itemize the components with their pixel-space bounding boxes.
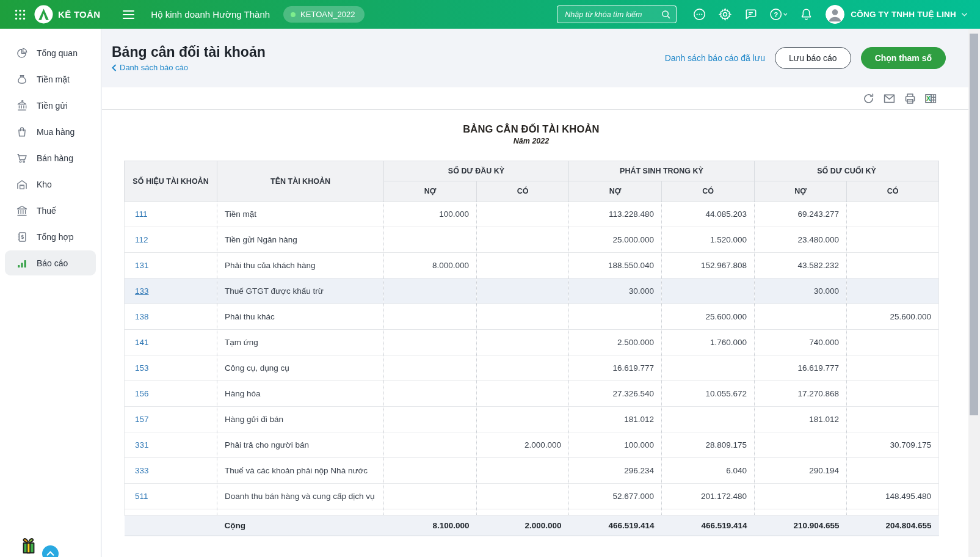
saved-reports-link[interactable]: Danh sách báo cáo đã lưu xyxy=(665,53,765,63)
totals-label: Cộng xyxy=(217,515,384,536)
sidebar-item-thue[interactable]: Thuế xyxy=(5,198,96,223)
account-code-link[interactable]: 511 xyxy=(135,492,148,501)
print-icon[interactable] xyxy=(904,92,916,105)
account-code-link[interactable]: 133 xyxy=(135,286,149,296)
more-icon[interactable] xyxy=(692,7,706,21)
account-code-link[interactable]: 112 xyxy=(135,235,148,244)
opening-credit-cell: 2.000.000 xyxy=(477,432,569,458)
sidebar-item-kho[interactable]: Kho xyxy=(5,172,96,197)
table-row[interactable]: 331Phải trả cho người bán2.000.000100.00… xyxy=(125,432,939,458)
opening-credit-cell xyxy=(477,227,569,253)
page-header: Bảng cân đối tài khoản Danh sách báo cáo… xyxy=(102,29,980,87)
closing-debit-cell: 23.480.000 xyxy=(755,227,847,253)
account-code-link[interactable]: 141 xyxy=(135,338,149,347)
account-code-link[interactable]: 156 xyxy=(135,389,149,398)
sidebar-item-tong-quan[interactable]: Tổng quan xyxy=(5,40,96,65)
opening-debit-cell xyxy=(384,484,477,509)
table-row[interactable]: 131Phải thu của khách hàng8.000.000188.5… xyxy=(125,253,939,278)
closing-credit-cell xyxy=(847,253,939,278)
account-code-cell: 157 xyxy=(125,407,217,432)
company-name[interactable]: CÔNG TY TNHH TUỆ LINH xyxy=(851,10,956,19)
shopping-bag-icon xyxy=(16,126,28,138)
sidebar-item-label: Báo cáo xyxy=(37,258,68,268)
gift-icon[interactable] xyxy=(19,536,38,556)
table-row[interactable]: 138Phải thu khác25.600.00025.600.000 xyxy=(125,304,939,330)
table-row[interactable]: 333Thuế và các khoản phải nộp Nhà nước29… xyxy=(125,458,939,484)
account-name-cell: Phải thu của khách hàng xyxy=(217,253,384,278)
sidebar-item-bao-cao[interactable]: Báo cáo xyxy=(5,250,96,275)
chat-icon[interactable] xyxy=(744,7,758,21)
database-badge[interactable]: KETOAN_2022 xyxy=(283,6,365,23)
back-chevron-icon xyxy=(112,64,117,71)
empty-cell xyxy=(569,509,662,515)
period-debit-cell: 188.550.040 xyxy=(569,253,662,278)
col-group-opening-balance: SỐ DƯ ĐẦU KỲ xyxy=(384,161,569,181)
report-toolbar: X xyxy=(102,87,980,110)
excel-export-icon[interactable]: X xyxy=(924,92,937,105)
opening-debit-cell: 100.000 xyxy=(384,202,477,227)
opening-debit-cell xyxy=(384,227,477,253)
sidebar-item-label: Kho xyxy=(37,180,52,189)
scrollbar-thumb[interactable] xyxy=(970,34,978,415)
sidebar-item-tong-hop[interactable]: $Tổng hợp xyxy=(5,224,96,249)
account-code-link[interactable]: 111 xyxy=(135,209,148,219)
sidebar-item-tien-mat[interactable]: Tiền mặt xyxy=(5,67,96,92)
closing-debit-cell: 290.194 xyxy=(755,458,847,484)
choose-params-button[interactable]: Chọn tham số xyxy=(861,47,946,69)
account-code-link[interactable]: 331 xyxy=(135,440,149,450)
search-icon[interactable] xyxy=(661,9,671,20)
period-credit-cell: 10.055.672 xyxy=(662,381,755,407)
refresh-icon[interactable] xyxy=(862,92,875,105)
account-code-link[interactable]: 138 xyxy=(135,312,149,321)
save-report-button[interactable]: Lưu báo cáo xyxy=(775,47,851,69)
sidebar-item-ban-hang[interactable]: Bán hàng xyxy=(5,145,96,170)
closing-debit-cell: 181.012 xyxy=(755,407,847,432)
account-code-link[interactable]: 157 xyxy=(135,415,149,424)
table-row[interactable]: 156Hàng hóa27.326.54010.055.67217.270.86… xyxy=(125,381,939,407)
table-row[interactable]: 111Tiền mặt100.000113.228.48044.085.2036… xyxy=(125,202,939,227)
account-name-cell: Hàng hóa xyxy=(217,381,384,407)
caret-down-icon[interactable] xyxy=(961,12,968,17)
vertical-scrollbar[interactable] xyxy=(968,29,980,557)
period-debit-cell: 16.619.777 xyxy=(569,355,662,381)
col-header-debit: NỢ xyxy=(569,181,662,202)
warehouse-icon xyxy=(16,178,28,191)
account-code-link[interactable]: 131 xyxy=(135,261,149,270)
col-header-credit: CÓ xyxy=(847,181,939,202)
account-code-cell: 511 xyxy=(125,484,217,509)
settings-icon[interactable] xyxy=(718,7,732,21)
app-name: KẾ TOÁN xyxy=(58,9,100,20)
apps-grid-icon[interactable] xyxy=(15,9,26,20)
totals-period-debit: 466.519.414 xyxy=(569,515,662,536)
table-row[interactable]: 153Công cụ, dụng cụ16.619.77716.619.777 xyxy=(125,355,939,381)
account-code-cell: 133 xyxy=(125,278,217,304)
period-debit-cell: 296.234 xyxy=(569,458,662,484)
account-code-cell: 156 xyxy=(125,381,217,407)
sidebar-item-mua-hang[interactable]: Mua hàng xyxy=(5,119,96,144)
avatar[interactable] xyxy=(826,5,844,24)
sidebar-item-tien-gui[interactable]: Tiền gửi xyxy=(5,93,96,118)
notifications-icon[interactable] xyxy=(799,7,813,21)
account-code-link[interactable]: 153 xyxy=(135,363,149,373)
email-icon[interactable] xyxy=(883,92,896,105)
table-row[interactable]: 141Tạm ứng2.500.0001.760.000740.000 xyxy=(125,330,939,355)
search-box[interactable] xyxy=(557,5,677,23)
table-row[interactable]: 157Hàng gửi đi bán181.012181.012 xyxy=(125,407,939,432)
help-icon[interactable]: ? xyxy=(769,7,788,21)
account-name-cell: Thuế GTGT được khấu trừ xyxy=(217,278,384,304)
period-credit-cell: 28.809.175 xyxy=(662,432,755,458)
account-name-cell: Tiền mặt xyxy=(217,202,384,227)
opening-credit-cell xyxy=(477,304,569,330)
table-row[interactable]: 511Doanh thu bán hàng và cung cấp dịch v… xyxy=(125,484,939,509)
table-row[interactable]: 112Tiền gửi Ngân hàng25.000.0001.520.000… xyxy=(125,227,939,253)
organization-name[interactable]: Hộ kinh doanh Hường Thành xyxy=(151,9,270,20)
totals-opening-debit: 8.100.000 xyxy=(384,515,477,536)
opening-debit-cell xyxy=(384,304,477,330)
opening-debit-cell xyxy=(384,432,477,458)
search-input[interactable] xyxy=(564,10,661,20)
menu-icon[interactable] xyxy=(122,10,135,20)
account-code-link[interactable]: 333 xyxy=(135,466,149,475)
account-code-cell: 131 xyxy=(125,253,217,278)
table-row[interactable]: 133Thuế GTGT được khấu trừ30.00030.000 xyxy=(125,278,939,304)
back-link[interactable]: Danh sách báo cáo xyxy=(112,63,266,72)
